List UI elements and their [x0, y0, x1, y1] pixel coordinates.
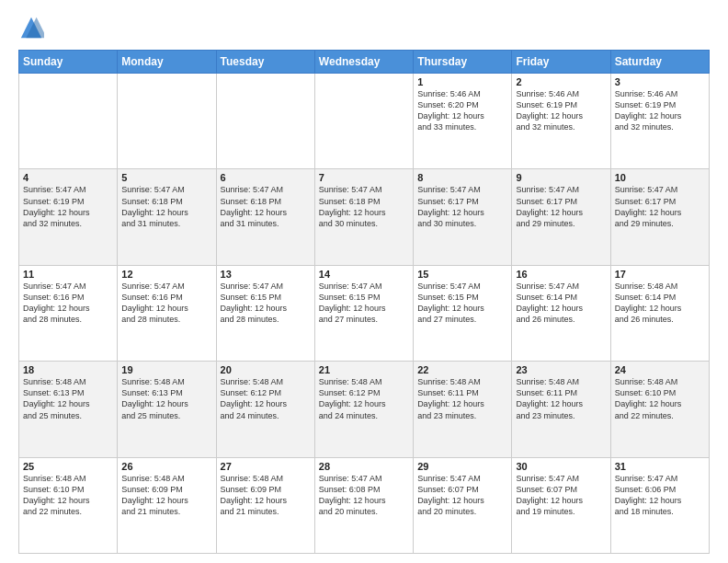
- day-number: 22: [417, 364, 507, 375]
- day-number: 25: [23, 461, 113, 472]
- day-number: 2: [516, 76, 606, 87]
- day-cell-16: 16Sunrise: 5:47 AM Sunset: 6:14 PM Dayli…: [512, 265, 610, 361]
- day-header-saturday: Saturday: [610, 51, 709, 74]
- day-number: 1: [417, 76, 507, 87]
- day-cell-7: 7Sunrise: 5:47 AM Sunset: 6:18 PM Daylig…: [314, 169, 413, 265]
- day-info: Sunrise: 5:47 AM Sunset: 6:19 PM Dayligh…: [23, 184, 113, 229]
- day-number: 23: [516, 364, 606, 375]
- day-info: Sunrise: 5:47 AM Sunset: 6:18 PM Dayligh…: [319, 184, 409, 229]
- calendar: SundayMondayTuesdayWednesdayThursdayFrid…: [18, 50, 710, 554]
- day-number: 14: [319, 269, 409, 280]
- day-info: Sunrise: 5:46 AM Sunset: 6:19 PM Dayligh…: [615, 88, 705, 133]
- day-number: 5: [121, 172, 211, 183]
- day-cell-28: 28Sunrise: 5:47 AM Sunset: 6:08 PM Dayli…: [314, 457, 413, 553]
- calendar-table: SundayMondayTuesdayWednesdayThursdayFrid…: [18, 50, 710, 554]
- day-number: 20: [221, 364, 311, 375]
- day-info: Sunrise: 5:48 AM Sunset: 6:14 PM Dayligh…: [615, 281, 705, 326]
- empty-cell: [314, 74, 413, 169]
- day-header-monday: Monday: [118, 51, 216, 74]
- day-cell-17: 17Sunrise: 5:48 AM Sunset: 6:14 PM Dayli…: [610, 265, 709, 361]
- day-info: Sunrise: 5:47 AM Sunset: 6:17 PM Dayligh…: [417, 184, 507, 229]
- day-cell-4: 4Sunrise: 5:47 AM Sunset: 6:19 PM Daylig…: [19, 169, 118, 265]
- day-info: Sunrise: 5:48 AM Sunset: 6:12 PM Dayligh…: [319, 376, 409, 421]
- week-row-2: 4Sunrise: 5:47 AM Sunset: 6:19 PM Daylig…: [19, 169, 710, 265]
- day-info: Sunrise: 5:47 AM Sunset: 6:15 PM Dayligh…: [319, 281, 409, 326]
- day-number: 3: [615, 76, 705, 87]
- day-cell-18: 18Sunrise: 5:48 AM Sunset: 6:13 PM Dayli…: [19, 362, 118, 457]
- day-info: Sunrise: 5:47 AM Sunset: 6:15 PM Dayligh…: [417, 281, 507, 326]
- day-info: Sunrise: 5:47 AM Sunset: 6:07 PM Dayligh…: [417, 473, 507, 518]
- day-number: 9: [516, 172, 606, 183]
- day-number: 27: [221, 461, 311, 472]
- day-info: Sunrise: 5:48 AM Sunset: 6:09 PM Dayligh…: [221, 473, 311, 518]
- day-cell-12: 12Sunrise: 5:47 AM Sunset: 6:16 PM Dayli…: [118, 265, 216, 361]
- day-cell-24: 24Sunrise: 5:48 AM Sunset: 6:10 PM Dayli…: [610, 362, 709, 457]
- logo-icon: [18, 15, 44, 40]
- day-cell-26: 26Sunrise: 5:48 AM Sunset: 6:09 PM Dayli…: [118, 457, 216, 553]
- day-cell-6: 6Sunrise: 5:47 AM Sunset: 6:18 PM Daylig…: [216, 169, 314, 265]
- day-number: 7: [319, 172, 409, 183]
- logo: [18, 15, 48, 40]
- day-number: 26: [121, 461, 211, 472]
- day-header-sunday: Sunday: [19, 51, 118, 74]
- day-info: Sunrise: 5:47 AM Sunset: 6:07 PM Dayligh…: [516, 473, 606, 518]
- day-number: 17: [615, 269, 705, 280]
- day-number: 12: [121, 269, 211, 280]
- day-number: 10: [615, 172, 705, 183]
- day-cell-11: 11Sunrise: 5:47 AM Sunset: 6:16 PM Dayli…: [19, 265, 118, 361]
- day-cell-13: 13Sunrise: 5:47 AM Sunset: 6:15 PM Dayli…: [216, 265, 314, 361]
- day-header-tuesday: Tuesday: [216, 51, 314, 74]
- day-info: Sunrise: 5:47 AM Sunset: 6:15 PM Dayligh…: [221, 281, 311, 326]
- day-header-wednesday: Wednesday: [314, 51, 413, 74]
- day-info: Sunrise: 5:47 AM Sunset: 6:16 PM Dayligh…: [121, 281, 211, 326]
- day-cell-21: 21Sunrise: 5:48 AM Sunset: 6:12 PM Dayli…: [314, 362, 413, 457]
- day-number: 21: [319, 364, 409, 375]
- day-cell-9: 9Sunrise: 5:47 AM Sunset: 6:17 PM Daylig…: [512, 169, 610, 265]
- day-info: Sunrise: 5:48 AM Sunset: 6:10 PM Dayligh…: [23, 473, 113, 518]
- day-info: Sunrise: 5:48 AM Sunset: 6:11 PM Dayligh…: [417, 376, 507, 421]
- day-header-thursday: Thursday: [414, 51, 512, 74]
- day-info: Sunrise: 5:46 AM Sunset: 6:20 PM Dayligh…: [417, 88, 507, 133]
- day-cell-25: 25Sunrise: 5:48 AM Sunset: 6:10 PM Dayli…: [19, 457, 118, 553]
- day-info: Sunrise: 5:47 AM Sunset: 6:08 PM Dayligh…: [319, 473, 409, 518]
- day-info: Sunrise: 5:48 AM Sunset: 6:12 PM Dayligh…: [221, 376, 311, 421]
- day-headers-row: SundayMondayTuesdayWednesdayThursdayFrid…: [19, 51, 710, 74]
- week-row-4: 18Sunrise: 5:48 AM Sunset: 6:13 PM Dayli…: [19, 362, 710, 457]
- day-cell-31: 31Sunrise: 5:47 AM Sunset: 6:06 PM Dayli…: [610, 457, 709, 553]
- empty-cell: [216, 74, 314, 169]
- day-info: Sunrise: 5:48 AM Sunset: 6:09 PM Dayligh…: [121, 473, 211, 518]
- day-number: 28: [319, 461, 409, 472]
- day-info: Sunrise: 5:47 AM Sunset: 6:17 PM Dayligh…: [516, 184, 606, 229]
- day-cell-2: 2Sunrise: 5:46 AM Sunset: 6:19 PM Daylig…: [512, 74, 610, 169]
- week-row-3: 11Sunrise: 5:47 AM Sunset: 6:16 PM Dayli…: [19, 265, 710, 361]
- day-number: 15: [417, 269, 507, 280]
- day-info: Sunrise: 5:47 AM Sunset: 6:18 PM Dayligh…: [121, 184, 211, 229]
- day-info: Sunrise: 5:47 AM Sunset: 6:17 PM Dayligh…: [615, 184, 705, 229]
- day-info: Sunrise: 5:47 AM Sunset: 6:14 PM Dayligh…: [516, 281, 606, 326]
- empty-cell: [19, 74, 118, 169]
- day-cell-10: 10Sunrise: 5:47 AM Sunset: 6:17 PM Dayli…: [610, 169, 709, 265]
- header: [18, 15, 710, 40]
- day-number: 4: [23, 172, 113, 183]
- week-row-5: 25Sunrise: 5:48 AM Sunset: 6:10 PM Dayli…: [19, 457, 710, 553]
- day-info: Sunrise: 5:48 AM Sunset: 6:13 PM Dayligh…: [23, 376, 113, 421]
- day-cell-8: 8Sunrise: 5:47 AM Sunset: 6:17 PM Daylig…: [414, 169, 512, 265]
- day-number: 30: [516, 461, 606, 472]
- day-info: Sunrise: 5:47 AM Sunset: 6:18 PM Dayligh…: [221, 184, 311, 229]
- week-row-1: 1Sunrise: 5:46 AM Sunset: 6:20 PM Daylig…: [19, 74, 710, 169]
- day-header-friday: Friday: [512, 51, 610, 74]
- day-info: Sunrise: 5:47 AM Sunset: 6:06 PM Dayligh…: [615, 473, 705, 518]
- day-info: Sunrise: 5:48 AM Sunset: 6:11 PM Dayligh…: [516, 376, 606, 421]
- day-cell-23: 23Sunrise: 5:48 AM Sunset: 6:11 PM Dayli…: [512, 362, 610, 457]
- day-number: 29: [417, 461, 507, 472]
- day-cell-19: 19Sunrise: 5:48 AM Sunset: 6:13 PM Dayli…: [118, 362, 216, 457]
- day-cell-29: 29Sunrise: 5:47 AM Sunset: 6:07 PM Dayli…: [414, 457, 512, 553]
- day-number: 31: [615, 461, 705, 472]
- day-number: 19: [121, 364, 211, 375]
- day-number: 24: [615, 364, 705, 375]
- day-number: 13: [221, 269, 311, 280]
- day-cell-22: 22Sunrise: 5:48 AM Sunset: 6:11 PM Dayli…: [414, 362, 512, 457]
- empty-cell: [118, 74, 216, 169]
- day-cell-14: 14Sunrise: 5:47 AM Sunset: 6:15 PM Dayli…: [314, 265, 413, 361]
- day-info: Sunrise: 5:48 AM Sunset: 6:10 PM Dayligh…: [615, 376, 705, 421]
